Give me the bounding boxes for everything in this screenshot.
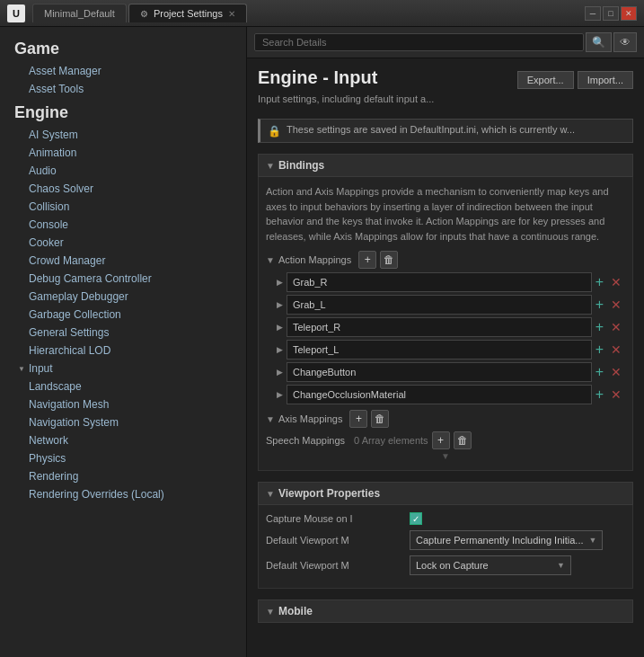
viewport-section: ▼ Viewport Properties Capture Mouse on I…	[258, 482, 633, 589]
sidebar-item-ai-system[interactable]: AI System	[0, 126, 246, 144]
viewport-arrow-icon: ▼	[266, 489, 275, 499]
mapping-teleport-l-remove[interactable]: ✕	[607, 342, 625, 357]
search-button[interactable]: 🔍	[586, 32, 612, 52]
sidebar-item-rendering-overrides[interactable]: Rendering Overrides (Local)	[0, 485, 246, 503]
sidebar-item-rendering[interactable]: Rendering	[0, 467, 246, 485]
sidebar-item-navigation-system[interactable]: Navigation System	[0, 413, 246, 431]
axis-mappings-add-button[interactable]: +	[349, 410, 367, 428]
mapping-change-button-add[interactable]: +	[592, 364, 607, 380]
sidebar-item-input[interactable]: ▼ Input	[0, 360, 246, 377]
bindings-header[interactable]: ▼ Bindings	[258, 154, 633, 177]
game-section-title: Game	[0, 34, 246, 62]
sidebar-item-console[interactable]: Console	[0, 216, 246, 234]
content-area: Engine - Input Input settings, including…	[247, 58, 644, 657]
mapping-grab-l-arrow[interactable]: ▶	[277, 300, 283, 309]
mapping-grab-r-input[interactable]	[287, 272, 592, 292]
sidebar-item-audio[interactable]: Audio	[0, 162, 246, 180]
mapping-grab-l: ▶ + ✕	[277, 295, 625, 315]
axis-mappings-delete-button[interactable]: 🗑	[371, 410, 389, 428]
mapping-change-button-input[interactable]	[287, 362, 592, 382]
mapping-teleport-l-add[interactable]: +	[592, 342, 607, 358]
action-mappings-delete-button[interactable]: 🗑	[380, 251, 398, 269]
action-mappings-add-button[interactable]: +	[358, 251, 376, 269]
mapping-change-button-arrow[interactable]: ▶	[277, 368, 283, 377]
sidebar-item-asset-tools[interactable]: Asset Tools	[0, 80, 246, 98]
window-controls: ─ □ ✕	[585, 6, 637, 21]
settings-button[interactable]: 👁	[613, 32, 637, 52]
default-viewport-row1: Default Viewport M Capture Permanently I…	[266, 530, 625, 550]
right-panel: 🔍 👁 Engine - Input Input settings, inclu…	[247, 27, 644, 657]
page-title: Engine - Input	[258, 67, 434, 88]
export-button[interactable]: Export...	[517, 71, 574, 89]
mapping-grab-r: ▶ + ✕	[277, 272, 625, 292]
mapping-grab-l-add[interactable]: +	[592, 297, 607, 313]
sidebar-item-animation[interactable]: Animation	[0, 144, 246, 162]
sidebar-item-network[interactable]: Network	[0, 431, 246, 449]
capture-mouse-checkbox[interactable]: ✓	[410, 512, 422, 525]
title-bar: U Minimal_Default ⚙ Project Settings ✕ ─…	[0, 0, 644, 27]
search-input[interactable]	[254, 33, 584, 51]
default-viewport-dropdown1-text: Capture Permanently Including Initia...	[416, 535, 584, 546]
sidebar-item-garbage-collection[interactable]: Garbage Collection	[0, 306, 246, 324]
default-viewport-dropdown2[interactable]: Lock on Capture ▼	[410, 555, 571, 575]
mapping-teleport-r: ▶ + ✕	[277, 317, 625, 337]
speech-mappings-add-button[interactable]: +	[432, 431, 450, 449]
sidebar-item-crowd-manager[interactable]: Crowd Manager	[0, 252, 246, 270]
maximize-button[interactable]: □	[603, 6, 619, 21]
mapping-change-occlusion-add[interactable]: +	[592, 386, 607, 403]
mapping-teleport-r-remove[interactable]: ✕	[607, 320, 625, 334]
sidebar-item-landscape[interactable]: Landscape	[0, 377, 246, 395]
tab-minimal[interactable]: Minimal_Default	[32, 4, 127, 22]
sidebar-item-gameplay-debugger[interactable]: Gameplay Debugger	[0, 288, 246, 306]
mapping-grab-r-arrow[interactable]: ▶	[277, 278, 283, 287]
sidebar-item-chaos-solver[interactable]: Chaos Solver	[0, 180, 246, 198]
mapping-change-occlusion-input[interactable]	[287, 385, 592, 404]
mobile-section: ▼ Mobile	[258, 599, 633, 623]
action-mappings-label: Action Mappings	[278, 254, 351, 265]
axis-mappings-arrow: ▼	[266, 414, 275, 424]
speech-mappings-delete-button[interactable]: 🗑	[454, 431, 472, 449]
minimize-button[interactable]: ─	[585, 6, 601, 21]
mapping-grab-r-add[interactable]: +	[592, 274, 607, 290]
default-viewport-label1: Default Viewport M	[266, 535, 410, 546]
sidebar-item-debug-camera[interactable]: Debug Camera Controller	[0, 270, 246, 288]
notice-text: These settings are saved in DefaultInput…	[287, 124, 575, 135]
tab-close-icon[interactable]: ✕	[228, 9, 235, 19]
mapping-grab-l-input[interactable]	[287, 295, 592, 315]
page-description: Input settings, including default input …	[258, 93, 434, 104]
mapping-teleport-r-add[interactable]: +	[592, 319, 607, 335]
mapping-teleport-r-input[interactable]	[287, 317, 592, 337]
default-viewport-value1: Capture Permanently Including Initia... …	[410, 530, 625, 550]
mapping-teleport-l-arrow[interactable]: ▶	[277, 345, 283, 354]
mapping-teleport-r-arrow[interactable]: ▶	[277, 323, 283, 332]
sidebar-item-general-settings[interactable]: General Settings	[0, 324, 246, 342]
sidebar-item-cooker[interactable]: Cooker	[0, 234, 246, 252]
viewport-header[interactable]: ▼ Viewport Properties	[258, 482, 633, 505]
mapping-grab-r-remove[interactable]: ✕	[607, 275, 625, 289]
close-button[interactable]: ✕	[621, 6, 637, 21]
import-button[interactable]: Import...	[578, 71, 633, 89]
default-viewport-dropdown2-text: Lock on Capture	[416, 560, 489, 571]
mapping-change-occlusion-remove[interactable]: ✕	[607, 387, 625, 402]
mapping-teleport-l-input[interactable]	[287, 340, 592, 360]
search-bar: 🔍 👁	[247, 27, 644, 58]
sidebar-item-hierarchical-lod[interactable]: Hierarchical LOD	[0, 342, 246, 360]
bindings-content: Action and Axis Mappings provide a mecha…	[258, 177, 633, 471]
default-viewport-label2: Default Viewport M	[266, 560, 410, 571]
dropdown2-arrow-icon: ▼	[557, 561, 565, 570]
mobile-header[interactable]: ▼ Mobile	[258, 599, 633, 623]
mapping-change-button: ▶ + ✕	[277, 362, 625, 382]
sidebar-item-asset-manager[interactable]: Asset Manager	[0, 62, 246, 80]
default-viewport-dropdown1[interactable]: Capture Permanently Including Initia... …	[410, 530, 603, 550]
viewport-content: Capture Mouse on I ✓ Default Viewport M …	[258, 505, 633, 589]
tab-project-settings[interactable]: ⚙ Project Settings ✕	[128, 4, 247, 22]
mapping-change-button-remove[interactable]: ✕	[607, 365, 625, 379]
sidebar-item-physics[interactable]: Physics	[0, 449, 246, 467]
mapping-grab-l-remove[interactable]: ✕	[607, 297, 625, 312]
divider-arrow: ▼	[266, 449, 625, 463]
sidebar-item-navigation-mesh[interactable]: Navigation Mesh	[0, 395, 246, 413]
tab-project-settings-label: Project Settings	[154, 8, 223, 19]
speech-array-count: 0 Array elements	[354, 435, 428, 446]
sidebar-item-collision[interactable]: Collision	[0, 198, 246, 216]
mapping-change-occlusion-arrow[interactable]: ▶	[277, 390, 283, 399]
